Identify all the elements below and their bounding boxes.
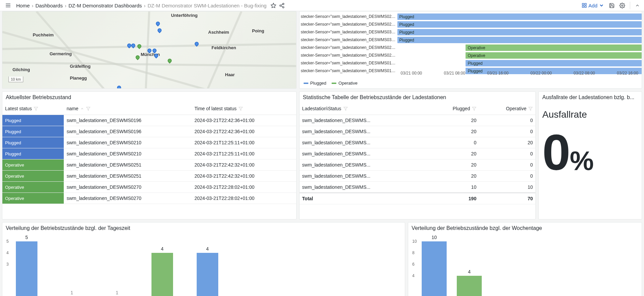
col-status[interactable]: Latest status (2, 102, 64, 115)
dist-day-panel: Verteilung der Betriebstzustände bzgl. d… (2, 222, 405, 296)
gear-icon[interactable] (619, 3, 625, 8)
bar-rect (457, 276, 482, 296)
x-tick: 03/22 16:00 (617, 71, 638, 76)
filter-icon (239, 107, 243, 111)
timeline-bar-row[interactable]: Plugged (397, 13, 642, 21)
table-row[interactable]: swm_ladestationen_DESWMS...020 (300, 137, 536, 148)
table-row[interactable]: swm_ladestationen_DESWMS...200 (300, 171, 536, 182)
svg-rect-9 (582, 3, 584, 5)
y-tick: 3 (6, 262, 9, 267)
sensor-label: stecker-Sensor="swm_ladestationen_DESWMS… (300, 28, 397, 36)
save-icon[interactable] (609, 3, 615, 8)
stats-panel: Statistische Tabelle der Betriebszuständ… (299, 91, 536, 219)
share-icon[interactable] (279, 3, 285, 8)
map-panel[interactable]: Unterföhring Aschheim Poing Feldkirchen … (2, 11, 297, 89)
table-row[interactable]: Operativeswm_ladestationen_DESWMS0251202… (2, 159, 296, 171)
table-row[interactable]: swm_ladestationen_DESWMS...200 (300, 126, 536, 137)
timeline-bar[interactable]: Plugged (466, 60, 642, 66)
menu-icon[interactable] (4, 2, 12, 8)
table-row[interactable]: Pluggedswm_ladestationen_DESWMS02102024-… (2, 148, 296, 159)
timeline-bar-row[interactable]: Operative (397, 44, 642, 52)
ausfall-label: Ausfallrate (542, 109, 638, 120)
table-row[interactable]: swm_ladestationen_DESWMS...200 (300, 148, 536, 159)
chart-bar[interactable]: 4 (457, 269, 482, 296)
star-icon[interactable] (271, 3, 276, 8)
timeline-bar[interactable]: Plugged (397, 29, 642, 35)
filter-icon (472, 107, 476, 111)
time-cell: 2024-03-21T12:25:11+01:00 (192, 148, 296, 159)
svg-rect-10 (585, 3, 587, 5)
chevron-right-icon: › (32, 3, 33, 8)
x-tick: 03/21 00:00 (401, 71, 422, 76)
map-label: Puchheim (33, 32, 54, 37)
chart-area[interactable]: 543 51144 (2, 233, 405, 296)
chart-bar[interactable]: 4 (151, 246, 173, 296)
timeline-bar[interactable]: Plugged (397, 13, 642, 20)
timeline-bar-row[interactable]: Plugged (397, 28, 642, 36)
map-label: Unterföhring (171, 13, 198, 18)
chevron-right-icon: › (144, 3, 145, 8)
table-row[interactable]: Pluggedswm_ladestationen_DESWMS02102024-… (2, 137, 296, 148)
timeline-bar[interactable]: Operative (466, 45, 642, 51)
table-row[interactable]: Pluggedswm_ladestationen_DESWMS01962024-… (2, 115, 296, 126)
collapse-row-icon[interactable] (635, 3, 640, 8)
swatch-icon (332, 83, 336, 84)
chart-bar[interactable]: 10 (422, 235, 447, 296)
table-row[interactable]: swm_ladestationen_DESWMS...200 (300, 159, 536, 171)
chart-bar[interactable]: 1 (106, 290, 128, 296)
stats-total-row: Total 190 70 (300, 193, 536, 204)
timeline-bar-row[interactable]: Operative (397, 52, 642, 59)
chart-bar[interactable]: 5 (16, 235, 37, 296)
crumb-current: DZ-M Demonstrator SWM-Ladestationen - Bu… (147, 3, 267, 8)
timeline-legend: Plugged Operative (304, 81, 358, 86)
svg-point-6 (283, 6, 284, 8)
operative-cell: 0 (479, 126, 535, 137)
timeline-bar[interactable]: Plugged (397, 37, 642, 43)
y-tick: 10 (412, 239, 417, 244)
plugged-cell: 20 (428, 126, 479, 137)
timeline-bar[interactable]: Operative (466, 52, 642, 59)
timeline-bar-row[interactable]: Plugged (397, 36, 642, 44)
sensor-label: stecker-Sensor="swm_ladestationen_DESWMS… (300, 52, 397, 59)
y-tick: 4 (412, 273, 415, 278)
col-name[interactable]: name (64, 102, 192, 115)
station-cell: swm_ladestationen_DESWMS... (300, 115, 428, 126)
chart-area[interactable]: 10864 104 (408, 233, 642, 296)
col-operative[interactable]: Operative (479, 102, 535, 115)
table-row[interactable]: swm_ladestationen_DESWMS...1010 (300, 182, 536, 193)
map-surface[interactable]: Unterföhring Aschheim Poing Feldkirchen … (2, 11, 296, 88)
table-row[interactable]: Operativeswm_ladestationen_DESWMS0251202… (2, 171, 296, 182)
col-time[interactable]: Time of latest status (192, 102, 296, 115)
timeline-bars[interactable]: PluggedPluggedPluggedPluggedOperativeOpe… (397, 11, 642, 88)
crumb-folder[interactable]: DZ-M Demonstrator Dashboards (68, 3, 142, 8)
y-tick: 8 (412, 250, 415, 255)
swatch-icon (304, 83, 308, 84)
timeline-bar-row[interactable]: Plugged (397, 59, 642, 67)
add-button[interactable]: Add (582, 3, 604, 8)
table-row[interactable]: Pluggedswm_ladestationen_DESWMS01962024-… (2, 126, 296, 137)
chart-bar[interactable]: 4 (197, 246, 218, 296)
bar-value: 10 (431, 235, 437, 240)
sensor-label: stecker-Sensor="swm_ladestationen_DESWMS… (300, 44, 397, 52)
crumb-dashboards[interactable]: Dashboards (35, 3, 63, 8)
legend-plugged[interactable]: Plugged (304, 81, 327, 86)
timeline-bar[interactable]: Plugged (397, 21, 642, 28)
col-plugged[interactable]: Plugged (428, 102, 479, 115)
table-row[interactable]: Operativeswm_ladestationen_DESWMS0270202… (2, 182, 296, 193)
sensor-label: stecker-Sensor="swm_ladestationen_DESWMS… (300, 13, 397, 21)
col-station[interactable]: Ladestation\Status (300, 102, 428, 115)
filter-icon (34, 107, 38, 111)
chart-bar[interactable]: 1 (61, 290, 83, 296)
status-cell: Operative (2, 159, 64, 171)
time-cell: 2024-03-21T22:28:02+01:00 (192, 193, 296, 204)
station-cell: swm_ladestationen_DESWMS... (300, 159, 428, 171)
table-row[interactable]: Operativeswm_ladestationen_DESWMS0270202… (2, 193, 296, 204)
table-row[interactable]: swm_ladestationen_DESWMS...200 (300, 115, 536, 126)
ausfall-panel: Ausfallrate der Ladestationen bzlg. b...… (538, 91, 642, 219)
svg-line-15 (2, 63, 296, 66)
timeline-bar-row[interactable]: Plugged (397, 21, 642, 28)
panel-title: Ausfallrate der Ladestationen bzlg. b... (539, 92, 642, 102)
crumb-home[interactable]: Home (16, 3, 30, 8)
breadcrumbs: Home › Dashboards › DZ-M Demonstrator Da… (16, 3, 267, 8)
legend-operative[interactable]: Operative (332, 81, 357, 86)
